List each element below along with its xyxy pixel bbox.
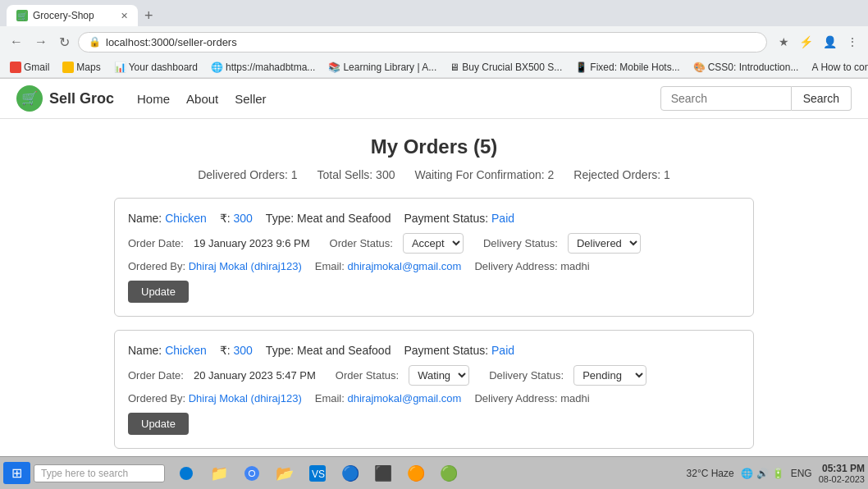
order1-email-val[interactable]: dhirajmokal@gmail.com [347, 260, 461, 272]
taskbar-icon-files[interactable]: 📂 [270, 459, 299, 488]
crucial-icon: 🖥 [450, 62, 459, 73]
order2-status-select[interactable]: Accept Wating Reject [409, 365, 469, 386]
nav-seller[interactable]: Seller [235, 92, 266, 106]
order2-price-val: 300 [234, 344, 253, 357]
order2-buyer-val[interactable]: Dhiraj Mokal (dhiraj123) [189, 392, 302, 404]
order-card-2: Name: Chicken ₹: 300 Type: Meat and Seaf… [114, 330, 754, 449]
new-tab-button[interactable]: + [138, 7, 160, 25]
network-icon[interactable]: 🌐 [741, 468, 753, 479]
order1-payment-label: Payment Status: [404, 212, 488, 225]
address-bar[interactable]: 🔒 localhost:3000/seller-orders [78, 32, 767, 53]
bookmark-crucial[interactable]: 🖥 Buy Crucial BX500 S... [446, 60, 565, 75]
mahadbt-icon: 🌐 [211, 62, 223, 73]
order2-type-val: Meat and Seafood [297, 344, 391, 357]
order2-buyer-row: Ordered By: Dhiraj Mokal (dhiraj123) Ema… [128, 392, 740, 404]
taskbar-search[interactable]: Type here to search [34, 464, 165, 482]
taskbar-sys-icons: 🌐 🔊 🔋 [741, 468, 784, 479]
nav-home[interactable]: Home [137, 92, 170, 106]
order2-payment-val: Paid [491, 344, 514, 357]
tab-bar: 🛒 Grocery-Shop ✕ + [0, 0, 868, 26]
taskbar-weather: 32°C Haze [687, 468, 734, 479]
order2-name-label: Name: [128, 344, 162, 357]
back-button[interactable]: ← [7, 33, 26, 51]
dashboard-icon: 📊 [114, 62, 126, 73]
page-title: My Orders (5) [114, 135, 754, 158]
order1-delivery-select[interactable]: Delivered Pending [568, 233, 641, 254]
logo-text: Sell Groc [49, 90, 114, 107]
bookmarks-bar: Gmail Maps 📊 Your dashboard 🌐 https://ma… [0, 57, 868, 78]
order1-update-button[interactable]: Update [128, 281, 189, 303]
order2-delivery-label: Delivery Status: [489, 369, 564, 382]
taskbar-icon-app3[interactable]: 🟢 [434, 459, 464, 488]
order2-price-label: ₹: [220, 344, 231, 357]
gmail-icon [10, 62, 21, 73]
mobile-icon: 📱 [575, 62, 587, 73]
taskbar-pinned-icons: 📁 📂 VS 🔵 ⬛ 🟠 🟢 [171, 459, 464, 488]
taskbar-icon-vscode[interactable]: VS [303, 459, 332, 488]
bookmark-mahadbt[interactable]: 🌐 https://mahadbtma... [208, 60, 318, 75]
start-button[interactable]: ⊞ [3, 462, 30, 484]
content-area: My Orders (5) Delivered Orders: 1 Total … [0, 119, 868, 489]
volume-icon[interactable]: 🔊 [756, 468, 769, 479]
tab-title: Grocery-Shop [33, 10, 94, 21]
taskbar-icon-cortana[interactable] [171, 459, 201, 488]
order1-price-label: ₹: [220, 212, 231, 225]
order1-dates-row: Order Date: 19 January 2023 9:6 PM Order… [128, 233, 740, 254]
bookmark-learning[interactable]: 📚 Learning Library | A... [325, 60, 440, 75]
order1-name-label: Name: [128, 212, 162, 225]
bookmark-gmail[interactable]: Gmail [7, 60, 53, 75]
order-header-1: Name: Chicken ₹: 300 Type: Meat and Seaf… [128, 212, 740, 225]
taskbar-icon-explorer[interactable]: 📁 [204, 459, 234, 488]
order2-email-label: Email: [315, 392, 345, 404]
order2-update-button[interactable]: Update [128, 413, 189, 435]
order2-name-val: Chicken [165, 344, 207, 357]
taskbar-clock[interactable]: 05:31 PM 08-02-2023 [819, 463, 865, 484]
search-button[interactable]: Search [792, 86, 852, 111]
taskbar-icon-terminal[interactable]: ⬛ [368, 459, 398, 488]
order2-delivery-select[interactable]: Delivered Pending [573, 365, 646, 386]
order1-status-select[interactable]: Accept Reject Wating [403, 233, 464, 254]
bookmark-mobile[interactable]: 📱 Fixed: Mobile Hots... [572, 60, 683, 75]
order2-status-label: Order Status: [336, 369, 399, 382]
delivered-count: Delivered Orders: 1 [198, 168, 297, 181]
taskbar-date: 08-02-2023 [819, 474, 865, 484]
active-tab[interactable]: 🛒 Grocery-Shop ✕ [7, 5, 138, 26]
order2-addr-label: Delivery Address: [474, 392, 557, 404]
order2-addr-val: madhi [560, 392, 589, 404]
profile-button[interactable]: 👤 [820, 34, 840, 50]
order2-email-val[interactable]: dhirajmokal@gmail.com [347, 392, 461, 404]
menu-button[interactable]: ⋮ [843, 34, 861, 50]
order1-buyer-val[interactable]: Dhiraj Mokal (dhiraj123) [189, 260, 302, 272]
taskbar-icon-app2[interactable]: 🟠 [401, 459, 431, 488]
forward-button[interactable]: → [31, 33, 51, 51]
taskbar-right: 32°C Haze 🌐 🔊 🔋 ENG 05:31 PM 08-02-2023 [687, 463, 865, 484]
orders-summary: Delivered Orders: 1 Total Sells: 300 Wai… [114, 168, 754, 181]
svg-point-2 [180, 467, 193, 480]
order1-type-val: Meat and Seafood [297, 212, 391, 225]
bookmark-dashboard[interactable]: 📊 Your dashboard [111, 60, 201, 75]
order2-dates-row: Order Date: 20 January 2023 5:47 PM Orde… [128, 365, 740, 386]
taskbar-time: 05:31 PM [819, 463, 865, 474]
svg-text:🛒: 🛒 [21, 90, 38, 106]
order-header-2: Name: Chicken ₹: 300 Type: Meat and Seaf… [128, 344, 740, 357]
windows-icon: ⊞ [11, 465, 22, 481]
extensions-button[interactable]: ⚡ [796, 34, 816, 50]
css-icon: 🎨 [693, 62, 706, 73]
order1-addr-val: madhi [560, 260, 589, 272]
nav-about[interactable]: About [186, 92, 218, 106]
tab-close-button[interactable]: ✕ [121, 11, 128, 21]
maps-icon [62, 62, 74, 73]
bookmark-maps[interactable]: Maps [59, 60, 103, 75]
taskbar-icon-chrome[interactable] [237, 459, 267, 488]
taskbar-icon-app1[interactable]: 🔵 [336, 459, 365, 488]
taskbar: ⊞ Type here to search 📁 📂 VS 🔵 ⬛ 🟠 🟢 32°… [0, 456, 868, 489]
search-input[interactable] [660, 86, 792, 111]
app-logo: 🛒 Sell Groc [16, 85, 114, 112]
bookmark-connect[interactable]: A How to connect soc... [808, 60, 868, 75]
reload-button[interactable]: ↻ [56, 33, 73, 52]
bookmark-star-button[interactable]: ★ [775, 34, 793, 50]
tab-favicon: 🛒 [16, 10, 28, 21]
secure-icon: 🔒 [89, 36, 101, 48]
order2-date-val: 20 January 2023 5:47 PM [194, 369, 316, 382]
bookmark-css[interactable]: 🎨 CSS0: Introduction... [690, 60, 802, 75]
